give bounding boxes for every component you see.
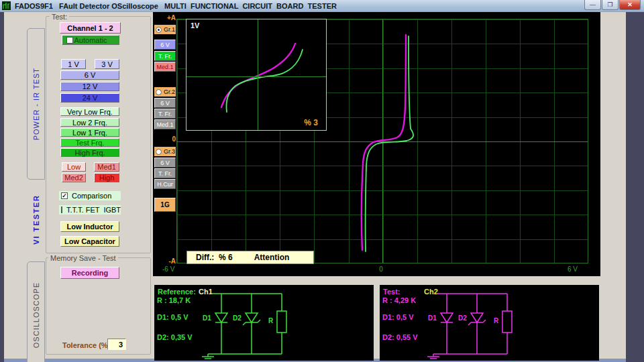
freq-low1-button[interactable]: Low 1 Frq.: [60, 128, 119, 137]
freq-high-button[interactable]: High Frq.: [60, 148, 119, 157]
inset-scale-label: 1V: [191, 21, 199, 29]
test-groupbox-label: Test:: [50, 13, 69, 21]
diff-status-box: Diff.: % 6 Attention: [186, 251, 314, 264]
tab-power-ir-test-label: POWER - IR TEST: [32, 68, 40, 140]
inset-curves: [186, 19, 326, 130]
recording-button[interactable]: Recording: [60, 267, 119, 279]
scope-inset-window: 1V % 3: [186, 19, 327, 131]
group2-voltage-button[interactable]: 6 V: [154, 98, 176, 108]
reference-d1-label: D1: [203, 314, 211, 322]
tab-power-ir-test[interactable]: POWER - IR TEST: [27, 28, 45, 180]
automatic-label: Automatic: [74, 36, 107, 44]
low-capacitor-button[interactable]: Low Capacitor: [60, 236, 119, 247]
freq-test-button[interactable]: Test Frq.: [60, 138, 119, 147]
voltage-3v-button[interactable]: 3 V: [95, 59, 119, 69]
x-label-6v: 6 V: [568, 265, 578, 273]
group1-voltage-button[interactable]: 6 V: [154, 40, 176, 50]
test-r-label: R: [494, 317, 498, 324]
group3-label: Gr.3: [164, 148, 175, 155]
test-circuit-panel: Test: Ch2 R : 4,29 K D1: 0,5 V D2: 0,55 …: [380, 285, 599, 361]
x-label-zero: 0: [374, 265, 388, 273]
automatic-button[interactable]: Automatic: [62, 35, 119, 45]
group2-radio[interactable]: Gr.2: [154, 87, 176, 97]
test-d1-label: D1: [428, 314, 437, 322]
current-med2-button[interactable]: Med2: [62, 173, 86, 182]
scope-panel: 1V % 3 +A 0 -A -6 V 0 6 V Diff.: % 6 Att…: [153, 12, 600, 276]
current-med1-button[interactable]: Med1: [94, 162, 119, 172]
group2-current-button[interactable]: Med.1: [154, 119, 176, 129]
ttt-label: T.T.T. FET IGBT: [66, 206, 121, 214]
test-circuit-diagram: [380, 285, 599, 361]
radio-icon: [156, 27, 162, 33]
inset-y-axis-line: [186, 76, 326, 77]
group1-freq-button[interactable]: T. Fr.: [154, 51, 176, 61]
desktop-right-strip: [626, 12, 644, 362]
x-label-minus6v: -6 V: [162, 265, 174, 273]
radio-icon: [156, 89, 162, 95]
group3-current-button[interactable]: H.Cur: [154, 179, 176, 189]
group1-label: Gr.1: [164, 26, 175, 33]
tab-vi-tester-label: VI TESTER: [32, 194, 40, 245]
inset-reference-curve: [227, 50, 303, 112]
scope-y-axis-line: [177, 141, 588, 142]
tab-vi-tester[interactable]: VI TESTER: [27, 181, 45, 258]
automatic-checkbox-icon[interactable]: [66, 37, 73, 44]
app-icon: [2, 1, 11, 10]
channel-1-2-button[interactable]: Channel 1 - 2: [60, 22, 121, 34]
inset-test-curve: [221, 44, 295, 107]
minimize-button[interactable]: —: [584, 0, 601, 10]
reference-circuit-diagram: [154, 285, 374, 361]
radio-icon: [156, 149, 162, 155]
app-window: FADOS9F1 FAult Detector OScilloscope MUL…: [0, 0, 644, 362]
title-bar: FADOS9F1 FAult Detector OScilloscope MUL…: [0, 0, 644, 12]
close-button[interactable]: ✕: [619, 0, 641, 10]
tolerance-label: Tolerance (%): [62, 341, 110, 349]
diff-value: Diff.: % 6: [196, 253, 233, 262]
ttt-fet-igbt-row[interactable]: T.T.T. FET IGBT: [59, 205, 121, 215]
app-body: POWER - IR TEST VI TESTER OSCILLOSCOPE T…: [4, 12, 626, 359]
group2-freq-button[interactable]: T. Fr.: [154, 109, 176, 119]
reference-r-label: R: [268, 317, 273, 324]
y-label-minus-a: -A: [158, 257, 176, 265]
ttt-checkbox-icon[interactable]: [61, 206, 62, 213]
group3-freq-button[interactable]: T. Fr.: [154, 168, 176, 178]
window-title: FADOS9F1 FAult Detector OScilloscope MUL…: [15, 2, 337, 10]
tab-oscilloscope[interactable]: OSCILLOSCOPE: [27, 261, 45, 362]
group1-radio[interactable]: Gr.1: [154, 25, 176, 34]
tolerance-input[interactable]: [107, 339, 126, 350]
inset-x-axis-line: [258, 19, 258, 130]
test-d2-label: D2: [458, 314, 467, 322]
freq-very-low-button[interactable]: Very Low Frq.: [60, 107, 119, 116]
voltage-24v-button[interactable]: 24 V: [60, 93, 119, 103]
tab-oscilloscope-label: OSCILLOSCOPE: [32, 282, 40, 348]
comparison-checkbox-icon[interactable]: ✓: [61, 192, 68, 199]
y-label-plus-a: +A: [158, 14, 176, 21]
inset-tolerance-label: % 3: [304, 118, 318, 127]
voltage-1v-button[interactable]: 1 V: [61, 59, 86, 69]
memory-groupbox-label: Memory Save - Test: [48, 254, 118, 262]
maximize-button[interactable]: ❐: [602, 0, 619, 10]
gain-1g-button[interactable]: 1G: [154, 198, 176, 212]
group1-current-button[interactable]: Med.1: [154, 62, 176, 72]
current-low-button[interactable]: Low: [62, 162, 86, 172]
group2-label: Gr.2: [164, 88, 175, 95]
group3-radio[interactable]: Gr.3: [154, 147, 176, 156]
voltage-6v-button[interactable]: 6 V: [60, 70, 119, 80]
current-high-button[interactable]: High: [94, 173, 119, 182]
reference-d2-label: D2: [233, 314, 241, 322]
comparison-label: Comparison: [72, 192, 111, 200]
low-inductor-button[interactable]: Low Inductor: [60, 221, 119, 232]
reference-circuit-panel: Reference: Ch1 R : 18,7 K D1: 0,5 V D2: …: [154, 285, 374, 361]
comparison-row[interactable]: ✓ Comparison: [59, 191, 121, 200]
freq-low2-button[interactable]: Low 2 Frq.: [60, 118, 119, 127]
group3-voltage-button[interactable]: 6 V: [154, 158, 176, 168]
diff-status: Attention: [254, 253, 290, 262]
y-label-zero: 0: [158, 135, 176, 143]
voltage-12v-button[interactable]: 12 V: [60, 82, 119, 91]
